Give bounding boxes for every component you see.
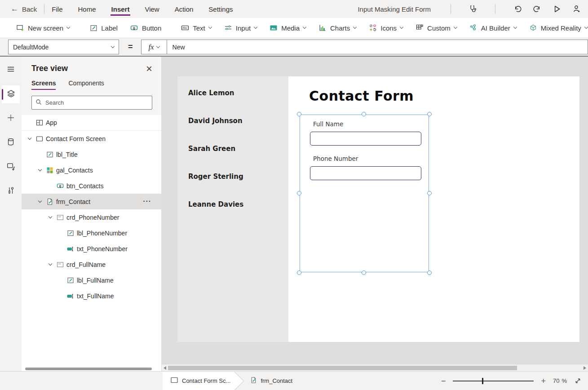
menu-action[interactable]: Action	[175, 1, 194, 17]
tree-item-txt-phonenumber[interactable]: txt_PhoneNumber	[22, 241, 161, 257]
mixed-reality-menu[interactable]: Mixed Reality	[525, 22, 588, 35]
text-menu[interactable]: Abc Text	[177, 22, 216, 35]
media-image-icon	[270, 24, 278, 31]
selection-handle[interactable]	[427, 112, 432, 116]
menu-home[interactable]: Home	[78, 1, 96, 17]
search-input[interactable]	[45, 99, 148, 106]
chevron-down-icon[interactable]	[47, 217, 54, 218]
tree-horizontal-scrollbar[interactable]	[25, 368, 152, 370]
close-icon[interactable]: ×	[146, 65, 152, 72]
charts-menu[interactable]: Charts	[314, 22, 361, 35]
gallery-item[interactable]: Sarah Green	[177, 145, 288, 173]
selection-handle[interactable]	[297, 191, 301, 195]
chevron-down-icon	[400, 25, 403, 29]
tree-search-box[interactable]	[31, 96, 152, 110]
tree-item-txt-fullname[interactable]: txt_FullName	[22, 288, 161, 304]
selection-handle[interactable]	[297, 270, 301, 275]
menu-settings[interactable]: Settings	[208, 1, 233, 17]
redo-icon[interactable]	[532, 4, 542, 14]
label-button[interactable]: Label	[85, 22, 122, 35]
tree-item-label: txt_PhoneNumber	[77, 245, 128, 253]
tab-screens[interactable]: Screens	[31, 80, 56, 90]
scrollbar-thumb[interactable]	[168, 366, 517, 370]
rail-media[interactable]	[2, 158, 20, 176]
form-title-label[interactable]: Contact Form	[309, 88, 414, 104]
zoom-out-icon[interactable]: −	[441, 377, 446, 385]
undo-icon[interactable]	[513, 4, 522, 14]
zoom-percentage-value: 70	[553, 377, 559, 384]
tree-item-crd-phonenumber[interactable]: crd_PhoneNumber	[22, 209, 161, 225]
share-person-add-icon[interactable]	[572, 4, 582, 14]
main-area: Tree view × Screens Components	[0, 57, 588, 371]
phone-number-input[interactable]	[310, 166, 421, 180]
tree-item-crd-fullname[interactable]: crd_FullName	[22, 257, 161, 272]
selected-form-control[interactable]: Full Name Phone Number	[300, 115, 429, 272]
app-icon	[35, 119, 44, 126]
scroll-right-icon[interactable]	[584, 366, 586, 370]
new-screen-button[interactable]: New screen	[12, 22, 74, 35]
zoom-in-icon[interactable]: +	[541, 377, 546, 385]
gallery-item[interactable]: Leanne Davies	[177, 200, 288, 228]
tree-item-lbl-phonenumber[interactable]: lbl_PhoneNumber	[22, 225, 161, 241]
selection-handle[interactable]	[297, 112, 301, 116]
menu-insert[interactable]: Insert	[111, 1, 130, 17]
breadcrumb-screen[interactable]: Contact Form Sc...	[163, 372, 235, 390]
button-button[interactable]: Button	[126, 22, 166, 35]
new-screen-label: New screen	[28, 24, 63, 32]
tree-item-lbl-fullname[interactable]: lbl_FullName	[22, 272, 161, 288]
chevron-down-icon[interactable]	[47, 264, 54, 265]
chevron-down-icon[interactable]	[36, 169, 44, 171]
preview-play-icon[interactable]	[552, 4, 562, 14]
custom-menu[interactable]: Custom	[411, 22, 461, 35]
mixed-reality-label: Mixed Reality	[541, 24, 581, 32]
menu-view[interactable]: View	[145, 1, 159, 17]
rail-data-sources[interactable]	[2, 134, 20, 152]
gallery-item[interactable]: Roger Sterling	[177, 173, 288, 200]
form-icon	[46, 198, 54, 205]
tree-item-gal-contacts[interactable]: gal_Contacts	[22, 162, 161, 178]
more-options-icon[interactable]: ...	[143, 195, 151, 203]
gallery-item[interactable]: Alice Lemon	[177, 89, 288, 117]
back-button[interactable]: ← Back	[11, 4, 37, 13]
input-menu[interactable]: Input	[220, 22, 261, 35]
charts-label: Charts	[330, 24, 350, 32]
tree-item-contact-form-screen[interactable]: Contact Form Screen	[22, 131, 161, 146]
equals-sign: =	[128, 42, 133, 52]
tree-item-app[interactable]: App	[22, 115, 161, 131]
selection-handle[interactable]	[427, 191, 432, 195]
rail-hamburger-menu[interactable]	[2, 61, 20, 79]
zoom-slider[interactable]	[453, 381, 534, 381]
canvas-horizontal-scrollbar[interactable]	[162, 364, 588, 371]
selection-handle[interactable]	[427, 270, 432, 275]
selection-handle[interactable]	[362, 112, 366, 116]
contacts-gallery[interactable]: Alice Lemon David Johnson Sarah Green Ro…	[177, 76, 288, 342]
icons-menu[interactable]: Icons	[364, 22, 407, 35]
rail-insert[interactable]	[2, 110, 20, 128]
chevron-down-icon[interactable]	[36, 201, 44, 202]
menu-file[interactable]: File	[52, 1, 62, 17]
breadcrumb: Contact Form Sc... frm_Contact	[163, 372, 292, 390]
tree-item-lbl-title[interactable]: lbl_Title	[22, 146, 161, 162]
chevron-down-icon[interactable]	[26, 138, 33, 139]
property-selector[interactable]: DefaultMode	[8, 40, 119, 54]
app-checker-icon[interactable]	[468, 4, 478, 14]
rail-advanced-tools[interactable]	[2, 182, 20, 200]
tools-icon	[6, 186, 15, 197]
tree-item-btn-contacts[interactable]: btn_Contacts	[22, 178, 161, 194]
rail-tree-view[interactable]	[2, 85, 20, 103]
gallery-item[interactable]: David Johnson	[177, 117, 288, 145]
tab-components[interactable]: Components	[68, 80, 104, 90]
fullscreen-expand-icon[interactable]	[574, 377, 582, 385]
formula-input[interactable]	[167, 40, 588, 54]
full-name-input[interactable]	[310, 132, 421, 146]
label-icon	[46, 151, 54, 158]
ai-builder-menu[interactable]: AI Builder	[465, 22, 521, 35]
selection-handle[interactable]	[362, 270, 366, 275]
app-screen[interactable]: Alice Lemon David Johnson Sarah Green Ro…	[177, 76, 579, 342]
chevron-down-icon	[454, 25, 457, 29]
zoom-slider-thumb[interactable]	[482, 378, 483, 384]
media-menu[interactable]: Media	[265, 22, 310, 35]
fx-dropdown[interactable]: fx	[141, 40, 167, 54]
scroll-left-icon[interactable]	[164, 366, 166, 370]
tree-item-frm-contact[interactable]: frm_Contact ...	[22, 194, 161, 209]
